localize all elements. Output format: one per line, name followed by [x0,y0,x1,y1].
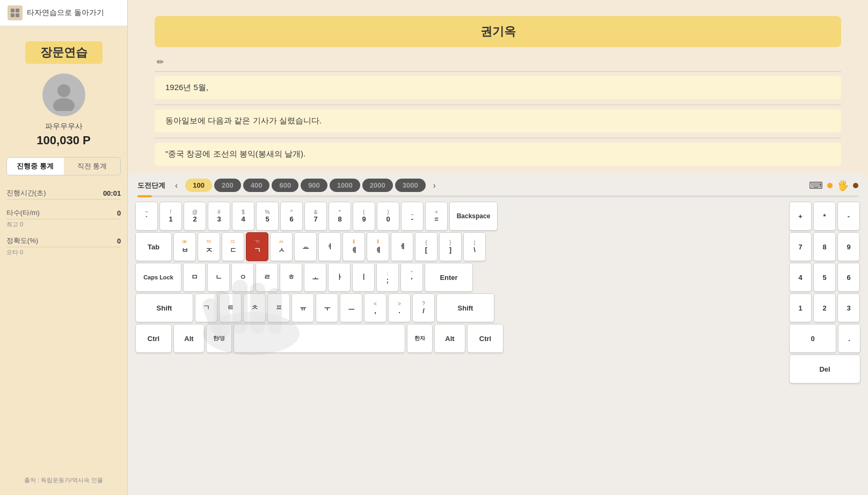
key-q[interactable]: ㅃㅂ [173,232,196,261]
key-comma[interactable]: <, [364,293,386,322]
key-s[interactable]: ㄴ [207,263,230,292]
numpad-4[interactable]: 4 [789,263,812,292]
key-hangul[interactable]: 한/영 [206,324,232,353]
key-b[interactable]: ㅠ [291,293,314,322]
edit-icon[interactable]: ✏ [157,57,164,67]
numpad-del[interactable]: Del [789,354,860,383]
key-enter[interactable]: Enter [425,263,473,292]
key-ctrl-right[interactable]: Ctrl [467,324,504,353]
key-backtick[interactable]: ~` [135,202,158,231]
level-pill-900[interactable]: 900 [301,179,327,192]
key-shift-left[interactable]: Shift [135,293,193,322]
level-pill-600[interactable]: 600 [272,179,298,192]
key-alt-right[interactable]: Alt [434,324,465,353]
key-hanja[interactable]: 한자 [407,324,433,353]
key-j[interactable]: ㅏ [328,263,351,292]
key-o[interactable]: ㅒㅖ [367,232,389,261]
numpad-row-5: 0 . [789,324,860,353]
numpad-row-1: + * - [789,202,860,231]
key-3[interactable]: #3 [208,202,230,231]
key-shift-right[interactable]: Shift [436,293,494,322]
tab-current-stats[interactable]: 진행중 통계 [7,158,64,175]
level-prev-button[interactable]: ‹ [172,180,181,191]
key-l[interactable]: :; [376,263,399,292]
key-capslock[interactable]: Caps Lock [135,263,181,292]
key-6[interactable]: ^6 [280,202,303,231]
source-text: 출처 : 독립운동가/역사속 인물 [20,472,107,489]
key-u[interactable]: ㅕ [318,232,341,261]
key-n[interactable]: ㅜ [316,293,338,322]
key-8[interactable]: *8 [329,202,351,231]
key-alt-left[interactable]: Alt [173,324,205,353]
key-i[interactable]: ㅒㅖ [342,232,365,261]
numpad-6[interactable]: 6 [837,263,860,292]
key-semicolon[interactable]: "' [400,263,423,292]
key-2[interactable]: @2 [184,202,206,231]
key-a[interactable]: ㅁ [183,263,206,292]
numpad-dot[interactable]: . [838,324,860,353]
key-7[interactable]: &7 [304,202,327,231]
numpad-multiply[interactable]: * [813,202,836,231]
key-space[interactable] [234,324,405,353]
numpad-2[interactable]: 2 [813,293,836,322]
key-c[interactable]: ㅊ [243,293,266,322]
stat-row-time: 진행시간(초) 00:01 [6,184,121,200]
keyboard-wrap: ~` !1 @2 #3 $4 %5 ^6 &7 *8 (9 )0 _- += B… [128,197,783,355]
key-ctrl-left[interactable]: Ctrl [135,324,172,353]
key-h[interactable]: ㅗ [304,263,326,292]
key-1[interactable]: !1 [159,202,182,231]
level-pill-200[interactable]: 200 [214,179,241,192]
numpad-7[interactable]: 7 [789,232,812,261]
level-pill-400[interactable]: 400 [243,179,270,192]
numpad-8[interactable]: 8 [813,232,836,261]
svg-rect-0 [11,9,14,12]
stat-speed-label: 타수(타/m) [6,208,40,218]
key-r[interactable]: ㄲㄱ [246,232,268,261]
level-pill-1000[interactable]: 1000 [330,179,360,192]
key-d[interactable]: ㅇ [231,263,254,292]
key-z[interactable]: ㄱ [195,293,217,322]
tab-prev-stats[interactable]: 직전 통계 [64,158,121,175]
key-tab[interactable]: Tab [135,232,172,261]
key-9[interactable]: (9 [353,202,375,231]
numpad-plus[interactable]: + [789,202,812,231]
key-w[interactable]: ㅉㅈ [198,232,220,261]
back-button[interactable]: 타자연습으로 돌아가기 [0,0,127,26]
text-block-2: 동아일보에 다음과 같은 기사가 실렸습니다. [155,109,841,132]
key-y[interactable]: ㅛ [294,232,317,261]
key-e[interactable]: ㄸㄷ [222,232,244,261]
key-k[interactable]: ㅣ [352,263,375,292]
key-minus[interactable]: _- [401,202,424,231]
key-bracket-l[interactable]: {[ [415,232,437,261]
key-m[interactable]: ㅡ [340,293,362,322]
key-backspace[interactable]: Backspace [449,202,498,231]
key-x[interactable]: ㅌ [219,293,242,322]
numpad-0[interactable]: 0 [789,324,836,353]
numpad-minus[interactable]: - [837,202,860,231]
keyboard-icon-btn[interactable]: ⌨ [809,180,823,191]
keyboard-header: 도전단계 ‹ 100 200 400 600 900 1000 2000 300… [128,173,868,192]
numpad-9[interactable]: 9 [837,232,860,261]
key-bracket-r[interactable]: }] [439,232,462,261]
level-pill-2000[interactable]: 2000 [362,179,393,192]
level-next-button[interactable]: › [430,180,439,191]
key-f[interactable]: ㄹ [256,263,278,292]
key-g[interactable]: ㅎ [280,263,302,292]
level-pill-100[interactable]: 100 [185,179,212,192]
key-0[interactable]: )0 [377,202,399,231]
key-t[interactable]: ㅆㅅ [270,232,293,261]
key-4[interactable]: $4 [232,202,254,231]
challenge-label: 도전단계 [137,181,165,190]
numpad-1[interactable]: 1 [789,293,812,322]
hand-icon-btn[interactable]: 🖐 [837,180,849,191]
key-5[interactable]: %5 [256,202,279,231]
key-v[interactable]: ㅍ [267,293,290,322]
key-equals[interactable]: += [425,202,448,231]
key-p[interactable]: ㅔ [391,232,413,261]
key-slash[interactable]: ?/ [412,293,435,322]
key-period[interactable]: >. [388,293,411,322]
numpad-3[interactable]: 3 [837,293,860,322]
key-backslash[interactable]: |\ [463,232,486,261]
numpad-5[interactable]: 5 [813,263,836,292]
level-pill-3000[interactable]: 3000 [395,179,426,192]
